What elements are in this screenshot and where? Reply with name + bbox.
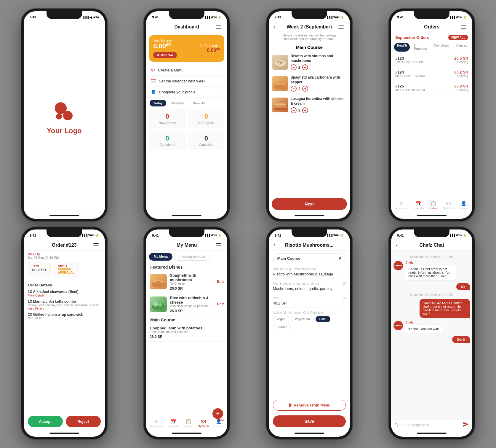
category-dropdown[interactable]: Main Course ∨: [273, 254, 346, 263]
got-it-bubble: Got it: [452, 336, 470, 343]
nav-calendar[interactable]: 📅 Calendar: [168, 419, 179, 428]
orders-section-title: September Orders: [395, 35, 429, 40]
nav-calendar[interactable]: 📅 Calendar: [413, 201, 424, 210]
back-button[interactable]: ‹: [396, 242, 398, 248]
tab-today[interactable]: Today: [150, 100, 166, 106]
accept-button[interactable]: Accept: [28, 416, 63, 427]
additional-label: Additional Information (Only if applies): [273, 311, 346, 314]
dish-image: [272, 76, 288, 91]
nav-label: Dashboard: [150, 425, 163, 428]
tab-new[interactable]: New(3): [394, 43, 410, 52]
nav-account[interactable]: 👤 Account: [459, 201, 469, 210]
svg-rect-20: [93, 243, 99, 244]
phone-logo: 9:41 ▐▐▐ ◀ WiFi Your Logo: [21, 9, 107, 221]
nav-my-menu[interactable]: 🍽 My Menu: [198, 419, 209, 428]
orders-nav-icon: 📋: [185, 419, 191, 424]
new-fab-button[interactable]: +: [212, 408, 223, 419]
tag-kosher[interactable]: Kosher: [273, 324, 291, 330]
back-button[interactable]: ‹: [273, 242, 275, 248]
orders-header: Orders: [391, 22, 472, 32]
nav-orders[interactable]: 📋 Orders: [184, 419, 193, 428]
tag-halal[interactable]: Halal: [316, 316, 330, 322]
qty-increase-btn[interactable]: +: [302, 86, 308, 92]
qty-increase-btn[interactable]: +: [302, 64, 308, 70]
notch: [292, 229, 327, 237]
order-row[interactable]: #124 Mon 27 Sep 10:30 AM 60.2 SR Pending: [391, 67, 472, 81]
qty-decrease-btn[interactable]: −: [291, 86, 297, 92]
tab-my-menu[interactable]: My Menu: [149, 253, 172, 261]
profile-row[interactable]: 👤 Complete your profile ›: [146, 87, 227, 98]
calendar-icon: 📅: [151, 79, 156, 83]
nav-dashboard[interactable]: ⊞ Dashboard: [150, 419, 163, 428]
sender-name: Chefz: [405, 321, 442, 324]
withdraw-button[interactable]: WITHDRAW: [153, 52, 177, 58]
nav-my-items[interactable]: 🍽 My Items: [443, 201, 454, 210]
stats-grid: 0 New Orders 0 In Progress 0 Completed 0…: [146, 109, 227, 153]
tab-in-progress[interactable]: In Progress: [411, 43, 430, 52]
svg-rect-6: [338, 25, 344, 25]
phone-orders: 9:41 ▐▐▐ WiFi 🔋 Orders September Orders …: [389, 9, 475, 221]
featured-dishes-title: Featured Dishes: [146, 263, 227, 271]
tab-view-all[interactable]: View All: [189, 100, 209, 106]
nav-dashboard[interactable]: ⊞ Dashboard: [395, 201, 408, 210]
in-progress-label: In Progress: [192, 121, 220, 125]
svg-point-28: [153, 302, 158, 307]
svg-rect-7: [338, 27, 344, 27]
tag-vegetarian[interactable]: Vegetarian: [291, 316, 314, 322]
menu-dish-row: Rice with radicchio & cheese With black …: [146, 293, 227, 316]
remove-from-menu-button[interactable]: 🗑 Remove From Menu: [273, 400, 346, 411]
menu-icon-btn[interactable]: [92, 241, 100, 249]
dish-edit-header: ‹ Risotto Mushrooms...: [269, 240, 350, 251]
qty-increase-btn[interactable]: +: [302, 107, 308, 113]
pickup-date: Sat 25 Sep 02:30 PM: [28, 256, 101, 259]
svg-rect-25: [216, 247, 221, 247]
new-fab-label: NEW: [218, 419, 224, 422]
tab-completed[interactable]: Completed: [431, 43, 452, 52]
next-button[interactable]: Next: [272, 198, 347, 210]
menu-icon-btn[interactable]: [214, 241, 223, 249]
week-title: Week 2 (September): [287, 24, 332, 30]
tab-pending-approval[interactable]: Pending Aproval: [174, 253, 210, 261]
nav-orders[interactable]: 📋 Orders: [429, 201, 438, 210]
qty-decrease-btn[interactable]: −: [291, 107, 297, 113]
svg-rect-4: [216, 27, 221, 27]
ingredients-value[interactable]: Mushrooms, onions, garlic, parsley: [273, 286, 346, 293]
dashboard-header: Dashboard: [146, 22, 227, 32]
notch: [169, 11, 204, 19]
status-time: 9:41: [30, 15, 36, 19]
less-details-link[interactable]: Less Details: [28, 307, 101, 310]
order-id: #124: [395, 70, 425, 74]
menu-icon-btn[interactable]: [214, 23, 223, 31]
chat-bubble: Carline, if Chef order is not ready, inf…: [405, 265, 456, 280]
menu-icon-btn[interactable]: [337, 23, 345, 31]
orders-nav-icon: 📋: [431, 201, 436, 206]
view-all-button[interactable]: VIEW ALL: [448, 35, 468, 40]
status-icons: ▐▐▐ ◀ WiFi: [82, 16, 99, 19]
menu-icon-btn[interactable]: [459, 23, 468, 31]
total-box: Total 60.2 SR: [28, 262, 51, 277]
balance-left: Your Balance 0.00SR WITHDRAW: [153, 39, 177, 58]
reject-button[interactable]: Reject: [66, 416, 101, 427]
order-row[interactable]: #125 Mon 28 Sep 05:45 PM 33.8 SR Pending: [391, 81, 472, 95]
calendar-row[interactable]: 📅 Set the calendar next week ›: [146, 76, 227, 87]
qty-decrease-btn[interactable]: −: [291, 64, 297, 70]
tab-monthly[interactable]: Monthly: [168, 100, 188, 106]
chat-message-sent: Order #2342 Abdul Ghaffar chef order is …: [393, 299, 470, 318]
back-button[interactable]: ‹: [273, 24, 275, 30]
more-details-link[interactable]: More Details: [28, 294, 101, 297]
order-amount: 60.2 SR: [454, 70, 468, 74]
dish-title-value[interactable]: Risotto with Mushrooms & sausage: [273, 272, 346, 278]
dish-edit-form: Main Course ∨ Dish Title (e.g. Pizza Mar…: [269, 251, 350, 397]
dish-name: Risotto with shrimps and mushrooms: [291, 54, 347, 63]
create-menu-row[interactable]: 🍽 Create a Menu ›: [146, 65, 227, 76]
price-value[interactable]: 40.2 SR: [273, 301, 346, 307]
chat-input[interactable]: [395, 423, 461, 427]
edit-link[interactable]: Edit: [217, 302, 224, 306]
completed-label: Completed: [153, 143, 182, 146]
tag-vegan[interactable]: Vegan: [273, 316, 289, 322]
edit-link[interactable]: Edit: [217, 280, 224, 284]
send-button[interactable]: [463, 422, 469, 428]
tab-cancelled[interactable]: Cance...: [453, 43, 471, 52]
save-button[interactable]: Save: [273, 415, 346, 427]
order-row[interactable]: #123 Sat 25 Sep 02:30 PM 20.5 SR Pending: [391, 53, 472, 67]
